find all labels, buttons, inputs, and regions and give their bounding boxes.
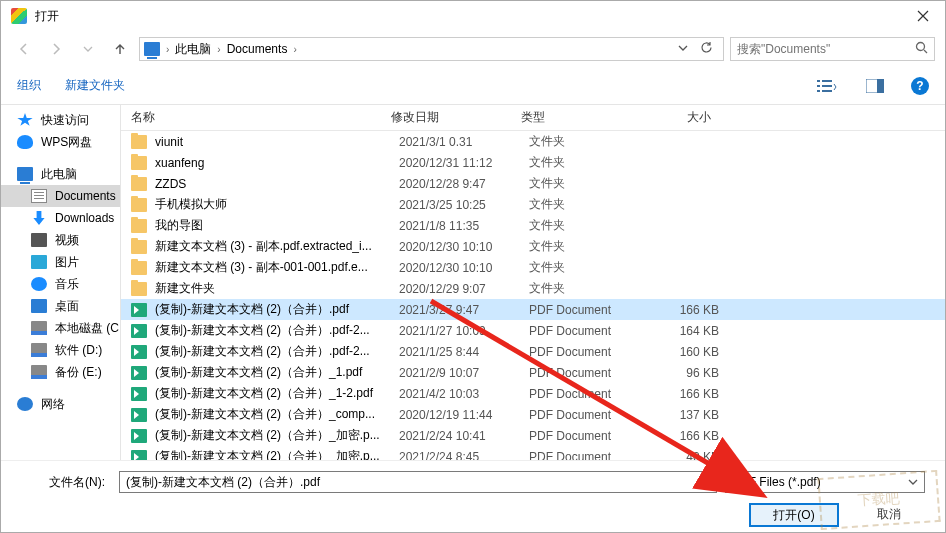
folder-icon (131, 156, 147, 170)
sidebar-item[interactable]: 音乐 (1, 273, 120, 295)
file-date: 2021/1/25 8:44 (399, 345, 529, 359)
sidebar-item[interactable]: 备份 (E:) (1, 361, 120, 383)
filename-input[interactable] (126, 475, 700, 489)
file-row[interactable]: (复制)-新建文本文档 (2)（合并）.pdf2021/3/27 9:47PDF… (121, 299, 945, 320)
file-type: PDF Document (529, 450, 649, 461)
filter-label: PDF Files (*.pdf) (732, 475, 821, 489)
file-row[interactable]: viunit2021/3/1 0.31文件夹 (121, 131, 945, 152)
file-type-filter[interactable]: PDF Files (*.pdf) (725, 471, 925, 493)
sidebar-item-label: 音乐 (55, 276, 79, 293)
preview-pane-button[interactable] (863, 75, 887, 97)
sidebar-item-label: Documents (55, 189, 116, 203)
sidebar-item-label: 软件 (D:) (55, 342, 102, 359)
file-row[interactable]: 我的导图2021/1/8 11:35文件夹 (121, 215, 945, 236)
chevron-right-icon: › (166, 44, 169, 55)
chevron-down-icon (908, 477, 918, 487)
file-row[interactable]: (复制)-新建文本文档 (2)（合并）_comp...2020/12/19 11… (121, 404, 945, 425)
open-button[interactable]: 打开(O) (749, 503, 839, 527)
pdf-icon (131, 387, 147, 401)
file-size: 164 KB (649, 324, 729, 338)
svg-rect-6 (822, 90, 832, 92)
file-date: 2020/12/28 9:47 (399, 177, 529, 191)
address-dropdown[interactable] (672, 42, 694, 56)
pdf-icon (131, 408, 147, 422)
column-size[interactable]: 大小 (641, 109, 721, 126)
file-row[interactable]: (复制)-新建文本文档 (2)（合并）.pdf-2...2021/1/25 8:… (121, 341, 945, 362)
nav-recent-button[interactable] (75, 37, 101, 61)
cancel-button[interactable]: 取消 (859, 503, 919, 525)
file-name: 我的导图 (155, 217, 399, 234)
file-row[interactable]: (复制)-新建文本文档 (2)（合并）_1.pdf2021/2/9 10:07P… (121, 362, 945, 383)
file-row[interactable]: 新建文本文档 (3) - 副本.pdf.extracted_i...2020/1… (121, 236, 945, 257)
file-row[interactable]: ZZDS2020/12/28 9:47文件夹 (121, 173, 945, 194)
file-row[interactable]: (复制)-新建文本文档 (2)（合并）_加密.p...2021/2/24 8:4… (121, 446, 945, 460)
file-type: 文件夹 (529, 259, 649, 276)
pdf-icon (131, 324, 147, 338)
file-row[interactable]: 新建文本文档 (3) - 副本-001-001.pdf.e...2020/12/… (121, 257, 945, 278)
pdf-icon (131, 303, 147, 317)
file-list[interactable]: viunit2021/3/1 0.31文件夹xuanfeng2020/12/31… (121, 131, 945, 460)
file-date: 2021/3/27 9:47 (399, 303, 529, 317)
new-folder-button[interactable]: 新建文件夹 (65, 77, 125, 94)
pc-icon (17, 167, 33, 181)
nav-forward-button[interactable] (43, 37, 69, 61)
file-date: 2020/12/30 10:10 (399, 240, 529, 254)
nav-up-button[interactable] (107, 37, 133, 61)
refresh-button[interactable] (694, 41, 719, 57)
sidebar-item[interactable]: 视频 (1, 229, 120, 251)
organize-menu[interactable]: 组织 (17, 77, 41, 94)
address-bar[interactable]: › 此电脑 › Documents › (139, 37, 724, 61)
column-headers: 名称 修改日期 类型 大小 (121, 105, 945, 131)
view-options-button[interactable] (815, 75, 839, 97)
close-button[interactable] (900, 1, 945, 31)
sidebar-item[interactable]: Downloads (1, 207, 120, 229)
chevron-down-icon[interactable] (700, 477, 710, 487)
sidebar-item[interactable]: 快速访问 (1, 109, 120, 131)
file-name: (复制)-新建文本文档 (2)（合并）_加密.p... (155, 448, 399, 460)
sidebar-item[interactable]: WPS网盘 (1, 131, 120, 153)
file-date: 2020/12/19 11:44 (399, 408, 529, 422)
file-row[interactable]: (复制)-新建文本文档 (2)（合并）_1-2.pdf2021/4/2 10:0… (121, 383, 945, 404)
file-row[interactable]: 手机模拟大师2021/3/25 10:25文件夹 (121, 194, 945, 215)
sidebar-item[interactable]: 本地磁盘 (C (1, 317, 120, 339)
sidebar-item[interactable]: 软件 (D:) (1, 339, 120, 361)
file-row[interactable]: (复制)-新建文本文档 (2)（合并）_加密.p...2021/2/24 10:… (121, 425, 945, 446)
sidebar-item[interactable]: 桌面 (1, 295, 120, 317)
sidebar-item-label: 本地磁盘 (C (55, 320, 119, 337)
filename-field[interactable] (119, 471, 717, 493)
file-type: PDF Document (529, 345, 649, 359)
dl-icon (31, 211, 47, 225)
svg-rect-8 (877, 79, 884, 93)
arrow-left-icon (17, 42, 31, 56)
nav-back-button[interactable] (11, 37, 37, 61)
file-type: 文件夹 (529, 133, 649, 150)
folder-icon (131, 240, 147, 254)
breadcrumb-folder[interactable]: Documents (225, 40, 290, 58)
search-input[interactable] (737, 42, 909, 56)
file-type: 文件夹 (529, 280, 649, 297)
file-date: 2021/3/25 10:25 (399, 198, 529, 212)
help-button[interactable]: ? (911, 77, 929, 95)
column-date[interactable]: 修改日期 (391, 109, 521, 126)
pdf-icon (131, 450, 147, 461)
search-box[interactable] (730, 37, 935, 61)
file-date: 2021/2/9 10:07 (399, 366, 529, 380)
preview-icon (866, 79, 884, 93)
sidebar-item[interactable]: 网络 (1, 393, 120, 415)
chevron-right-icon: › (293, 44, 296, 55)
breadcrumb-root[interactable]: 此电脑 (173, 39, 213, 60)
chevron-down-icon (83, 44, 93, 54)
music-icon (31, 277, 47, 291)
file-size: 166 KB (649, 303, 729, 317)
file-row[interactable]: xuanfeng2020/12/31 11:12文件夹 (121, 152, 945, 173)
column-name[interactable]: 名称 (131, 109, 391, 126)
file-row[interactable]: 新建文件夹2020/12/29 9:07文件夹 (121, 278, 945, 299)
sidebar-item[interactable]: 图片 (1, 251, 120, 273)
file-row[interactable]: (复制)-新建文本文档 (2)（合并）.pdf-2...2021/1/27 10… (121, 320, 945, 341)
column-type[interactable]: 类型 (521, 109, 641, 126)
file-type: 文件夹 (529, 196, 649, 213)
file-date: 2020/12/29 9:07 (399, 282, 529, 296)
sidebar-item[interactable]: 此电脑 (1, 163, 120, 185)
sidebar-item[interactable]: Documents (1, 185, 120, 207)
pic-icon (31, 255, 47, 269)
